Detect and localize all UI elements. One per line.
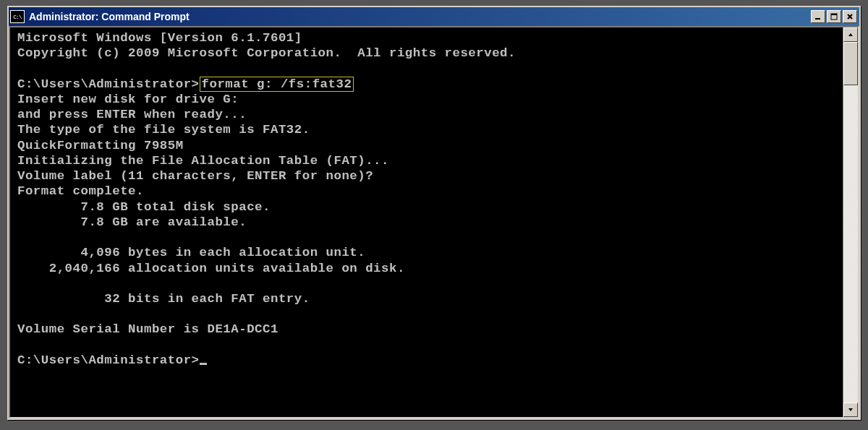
- terminal-line: 4,096 bytes in each allocation unit.: [17, 246, 365, 259]
- terminal-line: Volume Serial Number is DE1A-DCC1: [17, 322, 278, 336]
- terminal-line: Initializing the File Allocation Table (…: [17, 154, 389, 168]
- cmd-icon: C:\: [10, 10, 25, 23]
- scroll-up-button[interactable]: [843, 27, 858, 42]
- window-title: Administrator: Command Prompt: [27, 11, 811, 22]
- scroll-down-button[interactable]: [843, 403, 858, 417]
- prompt-text: C:\Users\Administrator>: [17, 353, 200, 367]
- svg-rect-2: [831, 14, 837, 15]
- minimize-button[interactable]: [811, 10, 825, 23]
- terminal-line: Format complete.: [17, 184, 144, 198]
- terminal-line: Copyright (c) 2009 Microsoft Corporation…: [17, 46, 516, 60]
- terminal-line: QuickFormatting 7985M: [17, 139, 184, 152]
- window-controls: [811, 10, 857, 23]
- close-button[interactable]: [843, 10, 857, 23]
- terminal-line: The type of the file system is FAT32.: [17, 123, 310, 137]
- terminal-output[interactable]: Microsoft Windows [Version 6.1.7601] Cop…: [10, 27, 843, 417]
- scroll-thumb[interactable]: [843, 42, 858, 85]
- terminal-line: Volume label (11 characters, ENTER for n…: [17, 169, 373, 183]
- highlighted-command: format g: /fs:fat32: [200, 77, 354, 92]
- command-prompt-window: C:\ Administrator: Command Prompt Micros…: [7, 6, 861, 420]
- terminal-line: 7.8 GB are available.: [17, 215, 247, 229]
- maximize-button[interactable]: [827, 10, 841, 23]
- terminal-line: Microsoft Windows [Version 6.1.7601]: [17, 31, 302, 45]
- scroll-track[interactable]: [843, 42, 858, 403]
- prompt-text: C:\Users\Administrator>: [17, 77, 200, 91]
- terminal-line: 7.8 GB total disk space.: [17, 200, 271, 214]
- cursor-icon: [200, 363, 207, 365]
- terminal-line: and press ENTER when ready...: [17, 108, 247, 121]
- titlebar[interactable]: C:\ Administrator: Command Prompt: [9, 7, 859, 26]
- vertical-scrollbar[interactable]: [843, 27, 858, 417]
- svg-rect-0: [815, 18, 820, 20]
- terminal-line: Insert new disk for drive G:: [17, 93, 239, 106]
- terminal-line: 32 bits in each FAT entry.: [17, 292, 310, 306]
- terminal-line: 2,040,166 allocation units available on …: [17, 262, 405, 275]
- client-area: Microsoft Windows [Version 6.1.7601] Cop…: [9, 26, 859, 418]
